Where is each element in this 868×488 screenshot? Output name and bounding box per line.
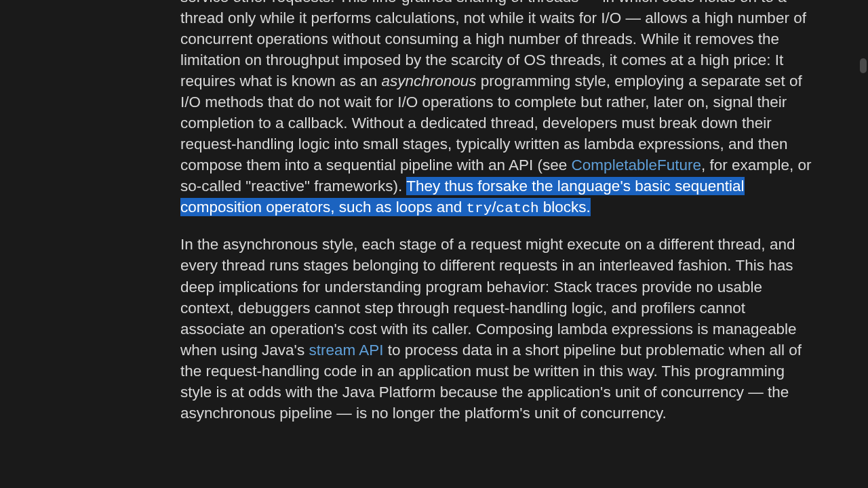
selection-text: blocks. [539, 199, 591, 216]
article-body: service other requests. This fine-graine… [180, 0, 814, 439]
link-stream-api[interactable]: stream API [309, 342, 383, 359]
scrollbar-thumb[interactable] [860, 58, 867, 73]
italic-text: asynchronous [381, 73, 476, 89]
scrollbar-track[interactable] [859, 0, 868, 488]
link-completablefuture[interactable]: CompletableFuture [572, 157, 701, 174]
code-catch: catch [496, 201, 539, 216]
document-viewport: service other requests. This fine-graine… [0, 0, 868, 488]
body-text: In the asynchronous style, each stage of… [180, 236, 797, 358]
code-try: try [467, 201, 492, 216]
paragraph-1: service other requests. This fine-graine… [180, 0, 814, 219]
paragraph-2: In the asynchronous style, each stage of… [180, 234, 814, 423]
